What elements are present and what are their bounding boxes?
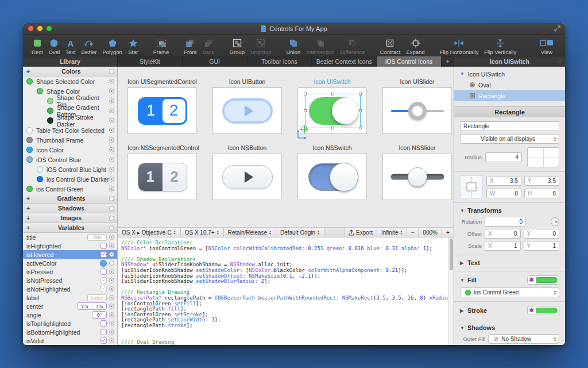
color-list-item[interactable]: iOS Control Blue [23, 155, 117, 164]
variable-radio[interactable] [109, 321, 114, 326]
color-list-item[interactable]: Thumbnail Frame [23, 135, 117, 145]
color-list-item[interactable]: Icon Color [23, 145, 117, 155]
color-radio[interactable] [109, 147, 114, 152]
zoom-level[interactable]: 800% [419, 228, 442, 237]
variable-radio[interactable] [109, 269, 114, 274]
gradients-section-header[interactable]: + Gradients [23, 194, 117, 204]
variable-pair-field[interactable]: 7.57.5 [77, 302, 107, 310]
add-tab-button[interactable]: + [442, 56, 454, 67]
color-list-item[interactable]: Shape Stroke Darker [23, 116, 117, 125]
variable-row[interactable]: isTopHighlighted [23, 319, 117, 328]
zoom-in-button[interactable]: + [442, 228, 454, 237]
offset-y-field[interactable]: Y0 [524, 229, 560, 239]
images-section-header[interactable]: + Images [23, 213, 117, 223]
variable-row[interactable]: center 7.57.5 [23, 302, 117, 310]
variable-radio[interactable] [109, 235, 114, 240]
stroke-swatch-button[interactable]: ✱ [527, 306, 559, 315]
add-color-button[interactable]: + [23, 68, 33, 75]
ui-segmented-control-drawing[interactable]: 1 2 [138, 97, 187, 125]
variable-radio[interactable] [109, 304, 114, 309]
origin-dropdown[interactable]: Default Origin ▲▼ [276, 228, 324, 237]
color-radio[interactable] [109, 108, 114, 113]
group-button[interactable]: Group [227, 36, 247, 55]
add-gradient-button[interactable]: + [23, 195, 33, 202]
document-tab[interactable]: Bezier Context Icons [312, 56, 377, 67]
offset-x-field[interactable]: X0 [485, 229, 521, 239]
scale-x-field[interactable]: X1 [485, 241, 521, 251]
variable-checkbox[interactable] [100, 286, 107, 292]
section-radio[interactable] [109, 196, 114, 201]
section-radio[interactable] [109, 69, 114, 74]
stroke-section-toggle[interactable]: ▶ Stroke ✱ [460, 305, 559, 316]
platform-language-dropdown[interactable]: OS X ▸ Objective-C ▲▼ [118, 228, 181, 237]
color-radio[interactable] [109, 98, 114, 103]
variable-checkbox[interactable] [100, 269, 107, 275]
code-panel[interactable]: //// Color DeclarationsNSColor* iosContr… [118, 237, 454, 345]
color-radio[interactable] [109, 167, 114, 172]
variable-row[interactable]: activeColor [23, 259, 117, 267]
fullscreen-icon[interactable] [554, 25, 560, 32]
color-radio[interactable] [109, 186, 114, 191]
expand-button[interactable]: Expand [403, 36, 427, 55]
canvas-card[interactable] [382, 87, 452, 134]
shadows-section-header[interactable]: + Shadows [23, 204, 117, 213]
minimize-window-button[interactable] [37, 26, 42, 31]
variable-radio[interactable] [109, 243, 114, 248]
variable-checkbox[interactable] [100, 277, 107, 283]
zoom-out-button[interactable]: − [407, 228, 419, 237]
variable-row[interactable]: isNotPressed [23, 276, 117, 285]
variable-row[interactable]: angle 0° [23, 310, 117, 319]
tree-row-root[interactable]: ▼ Icon UISwitch [454, 68, 565, 79]
variable-text-field[interactable]: Title [87, 234, 107, 241]
variable-text-field[interactable]: Label [87, 294, 107, 301]
ui-switch-drawing[interactable] [309, 97, 356, 125]
variable-radio[interactable] [109, 278, 114, 283]
back-button[interactable]: Back [199, 36, 217, 55]
height-field[interactable]: H8 [524, 189, 559, 198]
code-scrollbar[interactable] [448, 237, 454, 345]
color-list-item[interactable]: iOS Control Blue Light [23, 164, 117, 174]
canvas-size-dropdown[interactable]: Infinite ▲▼ [377, 228, 407, 237]
canvas-card[interactable] [382, 154, 452, 200]
canvas-card[interactable] [297, 87, 367, 134]
union-button[interactable]: Union [283, 36, 303, 55]
x-field[interactable]: X3.5 [486, 176, 521, 186]
front-button[interactable]: Front [181, 36, 199, 55]
variable-row[interactable]: label Label [23, 293, 117, 302]
variable-row[interactable]: isNotHighlighted [23, 285, 117, 293]
intersection-button[interactable]: Intersection [303, 36, 337, 55]
frame-tool-button[interactable]: Frame [150, 36, 172, 55]
variable-row[interactable]: isBottomHighlighted [23, 328, 117, 336]
color-radio[interactable] [109, 118, 114, 123]
colors-section-header[interactable]: + Colors [23, 67, 117, 76]
star-tool-button[interactable]: Star [125, 36, 141, 55]
document-tab[interactable]: iOS Control Icons [377, 56, 442, 67]
ns-slider-drawing[interactable] [390, 164, 444, 190]
width-field[interactable]: W8 [486, 189, 521, 198]
variable-row[interactable]: isValid [23, 336, 117, 345]
variable-angle-field[interactable]: 0° [92, 311, 107, 319]
section-radio[interactable] [109, 225, 114, 231]
variable-radio[interactable] [109, 312, 114, 317]
flip-horizontally-button[interactable]: Flip Horizontally [437, 36, 482, 55]
flip-vertically-button[interactable]: Flip Vertically [481, 36, 519, 55]
shape-name-field[interactable]: Rectangle [460, 121, 559, 131]
corner-radius-grid[interactable] [527, 147, 559, 167]
canvas-card[interactable] [297, 154, 367, 200]
sdk-dropdown[interactable]: OS X 10.7+ ▲▼ [181, 228, 224, 237]
color-radio[interactable] [109, 79, 114, 84]
variable-radio[interactable] [109, 286, 114, 292]
radius-field[interactable]: 4 [485, 152, 522, 162]
bezier-tool-button[interactable]: Bezier [79, 36, 100, 55]
scale-y-field[interactable]: Y1 [524, 241, 560, 251]
rotation-dial[interactable] [551, 217, 559, 226]
variable-checkbox[interactable] [100, 320, 107, 327]
fill-color-select[interactable]: ios Control Green ▲▼ [460, 288, 559, 297]
tree-row-rectangle[interactable]: Rectangle [454, 90, 565, 101]
difference-button[interactable]: Difference [337, 36, 368, 55]
variable-row[interactable]: title Title [23, 233, 117, 241]
variable-checkbox[interactable] [100, 243, 107, 249]
ns-switch-drawing[interactable] [308, 163, 357, 191]
close-window-button[interactable] [28, 26, 33, 31]
y-field[interactable]: Y3.5 [524, 176, 559, 186]
